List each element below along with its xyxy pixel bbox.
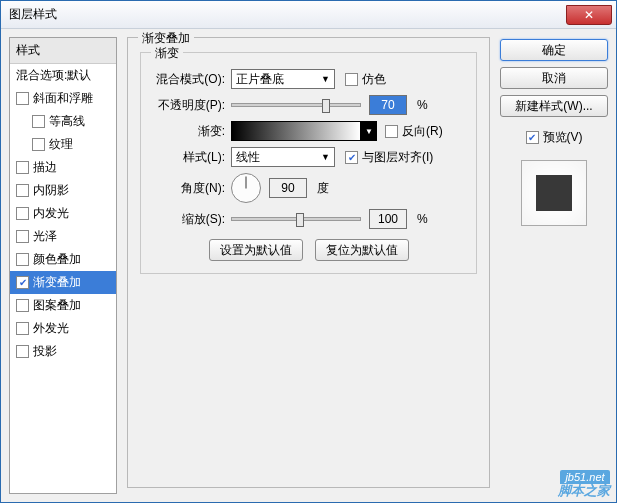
default-buttons-row: 设置为默认值 复位为默认值 xyxy=(151,239,466,261)
style-item-label: 斜面和浮雕 xyxy=(33,90,93,107)
row-angle: 角度(N): 90 度 xyxy=(151,173,466,203)
gradient-inner-group: 渐变 混合模式(O): 正片叠底 ▼ 仿色 不透明度(P): xyxy=(140,52,477,274)
dialog-body: 样式 混合选项:默认 斜面和浮雕等高线纹理描边内阴影内发光光泽颜色叠加✔渐变叠加… xyxy=(1,29,616,502)
gradient-label: 渐变: xyxy=(151,123,225,140)
style-item-checkbox[interactable] xyxy=(16,230,29,243)
style-item-checkbox[interactable] xyxy=(16,207,29,220)
angle-value[interactable]: 90 xyxy=(269,178,307,198)
style-list-header: 样式 xyxy=(10,38,116,64)
style-item-label: 投影 xyxy=(33,343,57,360)
style-item-checkbox[interactable] xyxy=(16,253,29,266)
row-gradient: 渐变: ▼ 反向(R) xyxy=(151,121,466,141)
style-item-4[interactable]: 内阴影 xyxy=(10,179,116,202)
style-item-11[interactable]: 投影 xyxy=(10,340,116,363)
scale-slider[interactable] xyxy=(231,217,361,221)
preview-checkbox[interactable]: ✔ xyxy=(526,131,539,144)
close-button[interactable]: ✕ xyxy=(566,5,612,25)
style-item-1[interactable]: 等高线 xyxy=(10,110,116,133)
blend-mode-dropdown[interactable]: 正片叠底 ▼ xyxy=(231,69,335,89)
style-item-checkbox[interactable] xyxy=(32,115,45,128)
ok-button[interactable]: 确定 xyxy=(500,39,608,61)
blend-mode-label: 混合模式(O): xyxy=(151,71,225,88)
style-item-0[interactable]: 斜面和浮雕 xyxy=(10,87,116,110)
style-item-checkbox[interactable] xyxy=(16,345,29,358)
reverse-label: 反向(R) xyxy=(402,123,443,140)
style-item-2[interactable]: 纹理 xyxy=(10,133,116,156)
style-item-label: 图案叠加 xyxy=(33,297,81,314)
set-default-button[interactable]: 设置为默认值 xyxy=(209,239,303,261)
style-item-checkbox[interactable] xyxy=(16,161,29,174)
dither-checkbox[interactable] xyxy=(345,73,358,86)
style-item-checkbox[interactable] xyxy=(16,322,29,335)
row-scale: 缩放(S): 100 % xyxy=(151,209,466,229)
scale-value[interactable]: 100 xyxy=(369,209,407,229)
blending-options[interactable]: 混合选项:默认 xyxy=(10,64,116,87)
preview-box xyxy=(521,160,587,226)
style-item-label: 描边 xyxy=(33,159,57,176)
style-dropdown[interactable]: 线性 ▼ xyxy=(231,147,335,167)
scale-label: 缩放(S): xyxy=(151,211,225,228)
style-item-checkbox[interactable]: ✔ xyxy=(16,276,29,289)
style-list: 样式 混合选项:默认 斜面和浮雕等高线纹理描边内阴影内发光光泽颜色叠加✔渐变叠加… xyxy=(9,37,117,494)
reset-default-button[interactable]: 复位为默认值 xyxy=(315,239,409,261)
opacity-label: 不透明度(P): xyxy=(151,97,225,114)
style-item-label: 内发光 xyxy=(33,205,69,222)
row-opacity: 不透明度(P): 70 % xyxy=(151,95,466,115)
style-item-checkbox[interactable] xyxy=(16,299,29,312)
new-style-button[interactable]: 新建样式(W)... xyxy=(500,95,608,117)
style-item-6[interactable]: 光泽 xyxy=(10,225,116,248)
style-item-label: 纹理 xyxy=(49,136,73,153)
close-icon: ✕ xyxy=(584,8,594,22)
inner-title: 渐变 xyxy=(151,45,183,62)
chevron-down-icon: ▼ xyxy=(321,74,330,84)
style-item-checkbox[interactable] xyxy=(16,92,29,105)
align-checkbox[interactable]: ✔ xyxy=(345,151,358,164)
style-item-checkbox[interactable] xyxy=(32,138,45,151)
angle-dial[interactable] xyxy=(231,173,261,203)
style-item-9[interactable]: 图案叠加 xyxy=(10,294,116,317)
style-item-label: 渐变叠加 xyxy=(33,274,81,291)
gradient-dropdown-button[interactable]: ▼ xyxy=(361,121,377,141)
row-blend-mode: 混合模式(O): 正片叠底 ▼ 仿色 xyxy=(151,69,466,89)
style-item-label: 颜色叠加 xyxy=(33,251,81,268)
style-item-3[interactable]: 描边 xyxy=(10,156,116,179)
style-item-10[interactable]: 外发光 xyxy=(10,317,116,340)
gradient-picker[interactable] xyxy=(231,121,361,141)
center-panel: 渐变叠加 渐变 混合模式(O): 正片叠底 ▼ 仿色 不透明 xyxy=(123,37,494,494)
watermark-text: 脚本之家 xyxy=(558,482,610,500)
style-item-label: 等高线 xyxy=(49,113,85,130)
align-label: 与图层对齐(I) xyxy=(362,149,433,166)
style-item-5[interactable]: 内发光 xyxy=(10,202,116,225)
gradient-overlay-group: 渐变叠加 渐变 混合模式(O): 正片叠底 ▼ 仿色 不透明 xyxy=(127,37,490,488)
dialog-window: 图层样式 ✕ 样式 混合选项:默认 斜面和浮雕等高线纹理描边内阴影内发光光泽颜色… xyxy=(0,0,617,503)
titlebar[interactable]: 图层样式 ✕ xyxy=(1,1,616,29)
style-item-8[interactable]: ✔渐变叠加 xyxy=(10,271,116,294)
cancel-button[interactable]: 取消 xyxy=(500,67,608,89)
dither-label: 仿色 xyxy=(362,71,386,88)
style-item-label: 内阴影 xyxy=(33,182,69,199)
reverse-checkbox[interactable] xyxy=(385,125,398,138)
preview-label: 预览(V) xyxy=(543,129,583,146)
row-style: 样式(L): 线性 ▼ ✔ 与图层对齐(I) xyxy=(151,147,466,167)
preview-swatch xyxy=(536,175,572,211)
opacity-slider[interactable] xyxy=(231,103,361,107)
style-item-label: 光泽 xyxy=(33,228,57,245)
chevron-down-icon: ▼ xyxy=(321,152,330,162)
window-title: 图层样式 xyxy=(9,6,57,23)
angle-label: 角度(N): xyxy=(151,180,225,197)
preview-row: ✔ 预览(V) xyxy=(500,129,608,146)
style-label: 样式(L): xyxy=(151,149,225,166)
style-item-7[interactable]: 颜色叠加 xyxy=(10,248,116,271)
style-item-checkbox[interactable] xyxy=(16,184,29,197)
opacity-value[interactable]: 70 xyxy=(369,95,407,115)
right-panel: 确定 取消 新建样式(W)... ✔ 预览(V) xyxy=(500,37,608,494)
style-item-label: 外发光 xyxy=(33,320,69,337)
